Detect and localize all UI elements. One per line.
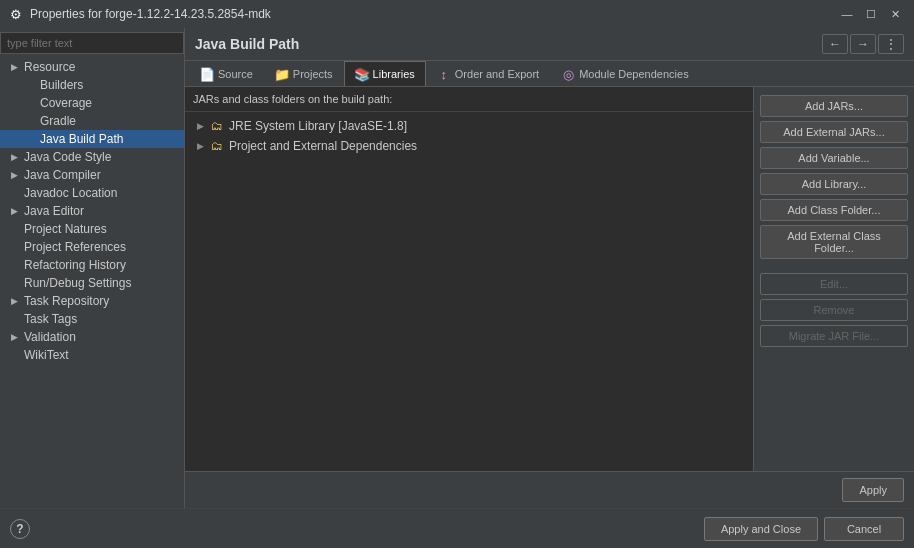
remove-button: Remove xyxy=(760,299,908,321)
chevron-placeholder xyxy=(8,187,20,199)
footer: ? Apply and Close Cancel xyxy=(0,508,914,548)
sidebar-item-task-repository[interactable]: ▶Task Repository xyxy=(0,292,184,310)
sidebar-item-java-code-style[interactable]: ▶Java Code Style xyxy=(0,148,184,166)
tree-expand-icon: ▶ xyxy=(193,119,207,133)
tree-item-project-external-deps[interactable]: ▶ 🗂 Project and External Dependencies xyxy=(185,136,753,156)
chevron-placeholder xyxy=(8,223,20,235)
add-external-jars-button[interactable]: Add External JARs... xyxy=(760,121,908,143)
sidebar-item-java-build-path[interactable]: Java Build Path xyxy=(0,130,184,148)
chevron-placeholder xyxy=(8,313,20,325)
help-button[interactable]: ? xyxy=(10,519,30,539)
sidebar-item-javadoc-location[interactable]: Javadoc Location xyxy=(0,184,184,202)
sidebar-item-label: Run/Debug Settings xyxy=(24,276,131,290)
chevron-icon: ▶ xyxy=(8,295,20,307)
sidebar-item-label: Builders xyxy=(40,78,83,92)
migrate-jar-button: Migrate JAR File... xyxy=(760,325,908,347)
edit-button: Edit... xyxy=(760,273,908,295)
tab-order-export[interactable]: ↕Order and Export xyxy=(426,61,550,86)
tab-module-dependencies[interactable]: ◎Module Dependencies xyxy=(550,61,699,86)
source-tab-icon: 📄 xyxy=(200,67,214,81)
apply-and-close-button[interactable]: Apply and Close xyxy=(704,517,818,541)
module-dependencies-tab-label: Module Dependencies xyxy=(579,68,688,80)
tab-libraries[interactable]: 📚Libraries xyxy=(344,61,426,86)
sidebar-item-java-editor[interactable]: ▶Java Editor xyxy=(0,202,184,220)
content-area: JARs and class folders on the build path… xyxy=(185,87,914,508)
button-spacer xyxy=(760,263,908,269)
add-library-button[interactable]: Add Library... xyxy=(760,173,908,195)
chevron-placeholder xyxy=(8,349,20,361)
sidebar-item-label: Gradle xyxy=(40,114,76,128)
sidebar-list: ▶Resource Builders Coverage Gradle Java … xyxy=(0,58,184,508)
tab-source[interactable]: 📄Source xyxy=(189,61,264,86)
panel-header: Java Build Path ← → ⋮ xyxy=(185,28,914,61)
sidebar-item-coverage[interactable]: Coverage xyxy=(0,94,184,112)
sidebar-item-project-references[interactable]: Project References xyxy=(0,238,184,256)
chevron-placeholder xyxy=(8,277,20,289)
add-external-class-folder-button[interactable]: Add External Class Folder... xyxy=(760,225,908,259)
content-body: JARs and class folders on the build path… xyxy=(185,87,914,471)
sidebar-item-label: Task Repository xyxy=(24,294,109,308)
add-jars-button[interactable]: Add JARs... xyxy=(760,95,908,117)
forward-button[interactable]: → xyxy=(850,34,876,54)
sidebar-item-label: WikiText xyxy=(24,348,69,362)
apply-button[interactable]: Apply xyxy=(842,478,904,502)
chevron-icon: ▶ xyxy=(8,61,20,73)
tree-expand-icon: ▶ xyxy=(193,139,207,153)
add-variable-button[interactable]: Add Variable... xyxy=(760,147,908,169)
right-panel: Java Build Path ← → ⋮ 📄Source📁Projects📚L… xyxy=(185,28,914,508)
more-button[interactable]: ⋮ xyxy=(878,34,904,54)
tabs-bar: 📄Source📁Projects📚Libraries↕Order and Exp… xyxy=(185,61,914,87)
maximize-button[interactable]: ☐ xyxy=(860,5,882,23)
sidebar-item-wikitext[interactable]: WikiText xyxy=(0,346,184,364)
projects-tab-label: Projects xyxy=(293,68,333,80)
sidebar-item-gradle[interactable]: Gradle xyxy=(0,112,184,130)
tree-item-jre-system-library[interactable]: ▶ 🗂 JRE System Library [JavaSE-1.8] xyxy=(185,116,753,136)
tree-item-lib-icon: 🗂 xyxy=(209,138,225,154)
app-icon: ⚙ xyxy=(8,6,24,22)
cancel-button[interactable]: Cancel xyxy=(824,517,904,541)
chevron-icon: ▶ xyxy=(8,151,20,163)
libraries-tab-icon: 📚 xyxy=(355,67,369,81)
libraries-tab-label: Libraries xyxy=(373,68,415,80)
sidebar-item-java-compiler[interactable]: ▶Java Compiler xyxy=(0,166,184,184)
tree-panel: JARs and class folders on the build path… xyxy=(185,87,754,471)
close-button[interactable]: ✕ xyxy=(884,5,906,23)
sidebar-item-project-natures[interactable]: Project Natures xyxy=(0,220,184,238)
sidebar-item-refactoring-history[interactable]: Refactoring History xyxy=(0,256,184,274)
tree-item-label: Project and External Dependencies xyxy=(229,139,417,153)
chevron-placeholder xyxy=(24,133,36,145)
window-title: Properties for forge-1.12.2-14.23.5.2854… xyxy=(30,7,836,21)
projects-tab-icon: 📁 xyxy=(275,67,289,81)
sidebar-item-label: Java Code Style xyxy=(24,150,111,164)
minimize-button[interactable]: — xyxy=(836,5,858,23)
sidebar-item-label: Validation xyxy=(24,330,76,344)
title-bar: ⚙ Properties for forge-1.12.2-14.23.5.28… xyxy=(0,0,914,28)
tree-content: ▶ 🗂 JRE System Library [JavaSE-1.8] ▶ 🗂 … xyxy=(185,112,753,471)
sidebar-item-label: Java Build Path xyxy=(40,132,123,146)
sidebar-item-label: Project References xyxy=(24,240,126,254)
add-class-folder-button[interactable]: Add Class Folder... xyxy=(760,199,908,221)
back-button[interactable]: ← xyxy=(822,34,848,54)
sidebar-item-validation[interactable]: ▶Validation xyxy=(0,328,184,346)
chevron-icon: ▶ xyxy=(8,169,20,181)
chevron-icon: ▶ xyxy=(8,331,20,343)
panel-title: Java Build Path xyxy=(195,36,299,52)
source-tab-label: Source xyxy=(218,68,253,80)
sidebar-item-resource[interactable]: ▶Resource xyxy=(0,58,184,76)
sidebar-item-label: Refactoring History xyxy=(24,258,126,272)
sidebar-item-task-tags[interactable]: Task Tags xyxy=(0,310,184,328)
filter-input[interactable] xyxy=(0,32,184,54)
sidebar: ▶Resource Builders Coverage Gradle Java … xyxy=(0,28,185,508)
sidebar-item-label: Java Editor xyxy=(24,204,84,218)
sidebar-item-label: Task Tags xyxy=(24,312,77,326)
sidebar-item-builders[interactable]: Builders xyxy=(0,76,184,94)
window-controls: — ☐ ✕ xyxy=(836,5,906,23)
chevron-placeholder xyxy=(8,241,20,253)
footer-buttons: Apply and Close Cancel xyxy=(704,517,904,541)
sidebar-item-run-debug-settings[interactable]: Run/Debug Settings xyxy=(0,274,184,292)
order-export-tab-icon: ↕ xyxy=(437,67,451,81)
tab-projects[interactable]: 📁Projects xyxy=(264,61,344,86)
chevron-icon: ▶ xyxy=(8,205,20,217)
sidebar-item-label: Javadoc Location xyxy=(24,186,117,200)
module-dependencies-tab-icon: ◎ xyxy=(561,67,575,81)
